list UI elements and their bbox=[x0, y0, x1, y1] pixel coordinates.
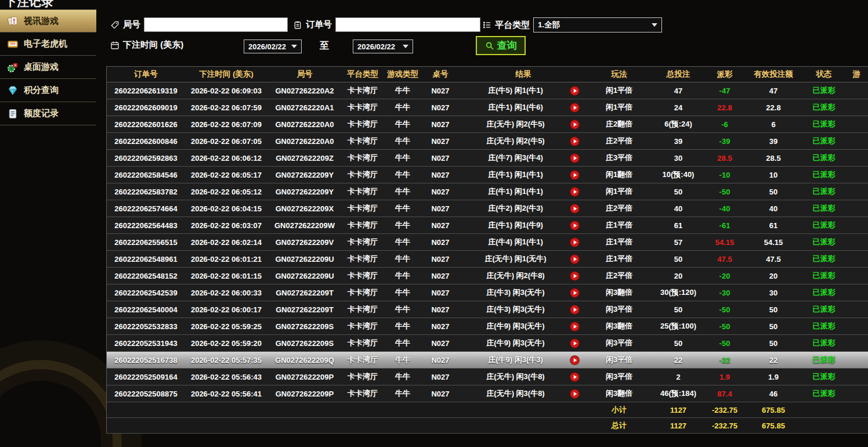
platform-filter-group: 平台类型 1.全部 bbox=[482, 17, 662, 33]
total-row: 总计1127-232.75675.85 bbox=[107, 418, 868, 434]
result-text: 庄(牛9) 闲3(无牛) bbox=[461, 338, 570, 348]
column-header: 游戏类型 bbox=[384, 67, 422, 82]
game-type-cell: 牛牛 bbox=[384, 352, 422, 368]
total-bet-cell: 57 bbox=[650, 234, 706, 250]
play-video-button[interactable] bbox=[570, 237, 580, 247]
play-video-button[interactable] bbox=[570, 271, 580, 281]
play-video-button[interactable] bbox=[570, 322, 580, 331]
table-row[interactable]: 2602220625489612026-02-22 06:01:21GN0272… bbox=[107, 251, 868, 268]
game-type-cell: 牛牛 bbox=[384, 167, 422, 183]
play-type-cell: 闲1平倍 bbox=[588, 99, 650, 116]
query-button[interactable]: 查询 bbox=[476, 36, 526, 55]
empty-cell bbox=[459, 402, 588, 417]
table-row[interactable]: 2602220525328332026-02-22 05:59:25GN0272… bbox=[107, 318, 868, 335]
column-header: 派彩 bbox=[706, 67, 743, 82]
order-number-cell: 260222062542539 bbox=[107, 284, 185, 301]
valid-bet-cell: 50 bbox=[743, 183, 804, 200]
round-input[interactable] bbox=[144, 17, 288, 32]
payout-cell: -30 bbox=[706, 284, 743, 301]
date-to-value: 2026/02/22 bbox=[357, 42, 395, 51]
table-row[interactable]: 2602220625928632026-02-22 06:06:12GN0272… bbox=[107, 150, 868, 167]
platform-cell: 卡卡湾厅 bbox=[342, 116, 384, 132]
result-text: 庄(无牛) 闲2(牛5) bbox=[461, 119, 570, 129]
status-badge: 已派彩 bbox=[804, 385, 844, 402]
payout-cell: 54.15 bbox=[706, 234, 743, 250]
sidebar-item-table-games[interactable]: 桌面游戏 bbox=[0, 56, 96, 79]
total-bet-cell: 10(预:40) bbox=[650, 167, 706, 183]
play-video-button[interactable] bbox=[570, 338, 580, 348]
sidebar-item-points-query[interactable]: 积分查询 bbox=[0, 79, 96, 102]
play-video-button[interactable] bbox=[570, 103, 580, 113]
table-row[interactable]: 2602220625845462026-02-22 06:05:17GN0272… bbox=[107, 167, 868, 183]
table-row[interactable]: 2602220626008462026-02-22 06:07:05GN0272… bbox=[107, 133, 868, 150]
play-type-cell: 闲3翻倍 bbox=[588, 318, 650, 334]
result-cell: 庄(无牛) 闲3(牛8) bbox=[459, 385, 588, 402]
order-number-cell: 260222062564483 bbox=[107, 217, 185, 233]
extra-cell bbox=[844, 150, 868, 166]
play-video-button[interactable] bbox=[570, 288, 580, 298]
result-text: 庄(无牛) 闲2(牛5) bbox=[461, 136, 570, 146]
table-row[interactable]: 2602220525167382026-02-22 05:57:35GN0272… bbox=[107, 352, 868, 369]
bet-time-cell: 2026-02-22 05:59:20 bbox=[185, 335, 267, 351]
roulette-decoration bbox=[0, 360, 122, 447]
table-row[interactable]: 2602220626090192026-02-22 06:07:59GN0272… bbox=[107, 99, 868, 116]
play-video-button[interactable] bbox=[570, 389, 580, 399]
play-video-button[interactable] bbox=[570, 187, 580, 197]
round-number-cell: GN027262220A0 bbox=[267, 116, 342, 132]
table-row[interactable]: 2602220626016262026-02-22 06:07:09GN0272… bbox=[107, 116, 868, 133]
table-number-cell: N027 bbox=[422, 284, 459, 301]
table-row[interactable]: 2602220625565152026-02-22 06:02:14GN0272… bbox=[107, 234, 868, 251]
play-video-button[interactable] bbox=[570, 221, 580, 230]
valid-bet-cell: 61 bbox=[743, 217, 804, 233]
table-row[interactable]: 2602220625746642026-02-22 06:04:15GN0272… bbox=[107, 200, 868, 217]
table-number-cell: N027 bbox=[422, 369, 459, 385]
play-video-button[interactable] bbox=[570, 372, 580, 382]
empty-cell bbox=[422, 402, 459, 417]
platform-select[interactable]: 1.全部 bbox=[533, 17, 662, 33]
table-row[interactable]: 2602220525319432026-02-22 05:59:20GN0272… bbox=[107, 335, 868, 352]
order-input[interactable] bbox=[335, 17, 480, 32]
round-filter-group: 局号 bbox=[110, 17, 288, 32]
play-video-button[interactable] bbox=[570, 254, 580, 264]
platform-cell: 卡卡湾厅 bbox=[342, 150, 384, 166]
play-video-button[interactable] bbox=[570, 136, 580, 146]
play-video-button[interactable] bbox=[570, 204, 580, 214]
sidebar-item-quota-records[interactable]: 额度记录 bbox=[0, 102, 96, 125]
status-badge: 已派彩 bbox=[804, 301, 844, 318]
date-from-picker[interactable]: 2026/02/22 bbox=[244, 39, 302, 53]
date-to-picker[interactable]: 2026/02/22 bbox=[353, 39, 413, 53]
table-row[interactable]: 2602220625837822026-02-22 06:05:12GN0272… bbox=[107, 183, 868, 200]
total-bet-cell: 50 bbox=[650, 301, 706, 318]
game-type-cell: 牛牛 bbox=[384, 335, 422, 351]
extra-cell bbox=[844, 99, 868, 116]
extra-cell bbox=[844, 116, 868, 132]
play-video-button[interactable] bbox=[570, 170, 580, 180]
result-text: 庄(牛3) 闲3(无牛) bbox=[461, 287, 570, 298]
play-video-button[interactable] bbox=[570, 86, 580, 96]
table-row[interactable]: 2602220625425392026-02-22 06:00:33GN0272… bbox=[107, 284, 868, 301]
table-row[interactable]: 2602220625400042026-02-22 06:00:17GN0272… bbox=[107, 301, 868, 318]
play-video-button[interactable] bbox=[570, 355, 580, 365]
play-video-button[interactable] bbox=[570, 305, 580, 315]
sidebar-item-slots[interactable]: 777 电子老虎机 bbox=[0, 33, 96, 56]
order-label: 订单号 bbox=[306, 19, 332, 30]
result-cell: 庄(牛9) 闲3(无牛) bbox=[459, 335, 588, 351]
platform-cell: 卡卡湾厅 bbox=[342, 301, 384, 318]
result-text: 庄(牛3) 闲3(无牛) bbox=[461, 304, 570, 315]
table-number-cell: N027 bbox=[422, 234, 459, 250]
page-title: 下注记录 bbox=[5, 0, 53, 10]
order-number-cell: 260222062548961 bbox=[107, 251, 185, 267]
sidebar-item-video-games[interactable]: 9 视讯游戏 bbox=[0, 9, 96, 33]
table-row[interactable]: 2602220525088752026-02-22 05:56:41GN0272… bbox=[107, 385, 868, 402]
result-text: 庄(牛1) 闲1(牛1) bbox=[461, 186, 570, 197]
payout-cell: -20 bbox=[706, 268, 743, 284]
play-video-button[interactable] bbox=[570, 120, 580, 129]
game-type-cell: 牛牛 bbox=[384, 318, 422, 334]
platform-cell: 卡卡湾厅 bbox=[342, 369, 384, 385]
table-row[interactable]: 2602220625644832026-02-22 06:03:07GN0272… bbox=[107, 217, 868, 234]
table-row[interactable]: 2602220525091642026-02-22 05:56:43GN0272… bbox=[107, 369, 868, 385]
table-row[interactable]: 2602220625481522026-02-22 06:01:15GN0272… bbox=[107, 268, 868, 284]
table-row[interactable]: 2602220626193192026-02-22 06:09:03GN0272… bbox=[107, 82, 868, 99]
round-number-cell: GN0272622209S bbox=[267, 318, 342, 334]
play-video-button[interactable] bbox=[570, 153, 580, 163]
